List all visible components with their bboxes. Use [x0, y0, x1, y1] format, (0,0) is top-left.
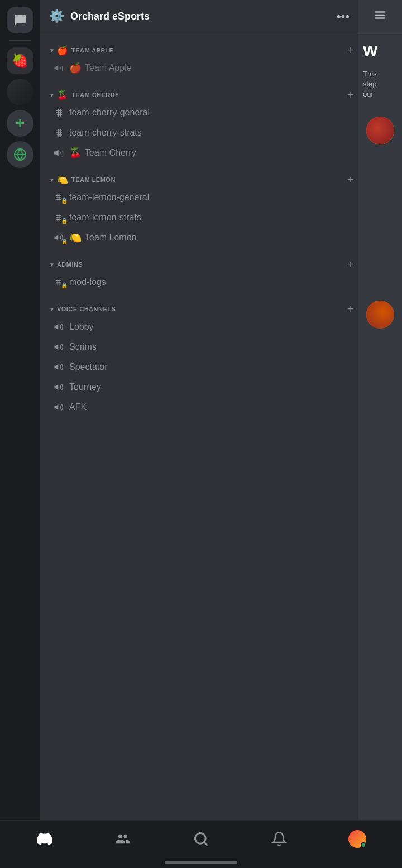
hash-lock-icon-team-lemon-general: 🔒 [54, 193, 65, 202]
category-voice-channels-header[interactable]: ▼ VOICE CHANNELS + [40, 301, 358, 317]
avatar-area-2 [358, 301, 402, 329]
category-admins: ▼ ADMINS + 🔒 mod-logs [40, 257, 358, 292]
channel-name-team-cherry-strats: team-cherry-strats [69, 128, 142, 138]
server-name: Orchard eSports [70, 11, 337, 22]
server-header[interactable]: ⚙️ Orchard eSports ••• [40, 0, 358, 33]
channel-afk[interactable]: AFK [45, 397, 354, 417]
channel-team-lemon-voice[interactable]: 🔒 🍋 Team Lemon [45, 228, 354, 248]
add-channel-team-lemon-button[interactable]: + [347, 173, 354, 186]
bell-icon [271, 831, 287, 847]
channel-spectator[interactable]: Spectator [45, 357, 354, 377]
hash-icon-team-cherry-strats [54, 128, 65, 138]
channel-name-scrims: Scrims [69, 342, 97, 352]
volume-icon-scrims [54, 342, 65, 352]
volume-icon-team-cherry [54, 148, 65, 158]
right-panel-subtitle: Thisstepour [358, 69, 402, 100]
channel-name-team-cherry-general: team-cherry-general [69, 108, 150, 118]
add-channel-team-apple-button[interactable]: + [347, 44, 354, 57]
category-team-apple-header[interactable]: ▼ 🍎 TEAM APPLE + [40, 42, 358, 58]
dm-icon[interactable] [7, 7, 34, 33]
category-team-apple: ▼ 🍎 TEAM APPLE + 🍎 Team Apple [40, 42, 358, 78]
channel-name-spectator: Spectator [69, 362, 107, 372]
emoji-team-cherry-voice: 🍒 [69, 147, 82, 159]
hamburger-icon[interactable] [374, 9, 386, 25]
channel-team-cherry-strats[interactable]: team-cherry-strats [45, 123, 354, 143]
online-indicator [361, 842, 366, 848]
category-admins-header[interactable]: ▼ ADMINS + [40, 257, 358, 272]
channel-emoji-team-apple: 🍎 [69, 62, 82, 74]
hash-lock-icon-mod-logs: 🔒 [54, 278, 65, 287]
category-arrow-team-apple: ▼ [49, 47, 55, 54]
channel-name-lobby: Lobby [69, 322, 94, 332]
channel-list: ⚙️ Orchard eSports ••• ▼ 🍎 TEAM APPLE + … [40, 0, 358, 820]
channel-name-team-lemon-general: team-lemon-general [69, 192, 149, 202]
category-name-team-cherry: TEAM CHERRY [71, 91, 347, 98]
avatar [348, 830, 366, 848]
category-name-admins: ADMINS [57, 261, 347, 268]
server-list: 🍓 + [0, 0, 40, 820]
volume-icon-team-lemon: 🔒 [54, 233, 65, 243]
category-emoji-team-cherry: 🍒 [57, 90, 68, 100]
emoji-team-lemon-voice: 🍋 [69, 232, 82, 244]
friends-icon [115, 831, 131, 847]
hash-lock-icon-team-lemon-strats: 🔒 [54, 213, 65, 222]
fruit-server-icon[interactable]: 🍓 [7, 47, 34, 74]
add-channel-voice-button[interactable]: + [347, 303, 354, 316]
nav-home[interactable] [6, 831, 84, 847]
channel-lobby[interactable]: Lobby [45, 317, 354, 337]
server-header-icon: ⚙️ [49, 9, 65, 25]
channel-team-cherry-general[interactable]: team-cherry-general [45, 103, 354, 123]
channel-team-lemon-strats[interactable]: 🔒 team-lemon-strats [45, 208, 354, 228]
category-arrow-team-cherry: ▼ [49, 92, 55, 98]
lock-badge-team-lemon-strats: 🔒 [61, 218, 68, 224]
add-channel-admins-button[interactable]: + [347, 258, 354, 271]
channel-name-team-lemon-strats: team-lemon-strats [69, 213, 141, 223]
channel-name-afk: AFK [69, 402, 87, 412]
volume-icon-lobby [54, 322, 65, 332]
right-panel: W Thisstepour [358, 0, 402, 820]
volume-icon-spectator [54, 362, 65, 372]
nav-friends[interactable] [84, 831, 162, 847]
category-team-lemon-header[interactable]: ▼ 🍋 TEAM LEMON + [40, 172, 358, 187]
nav-notifications[interactable] [240, 831, 318, 847]
channel-team-cherry-voice[interactable]: 🍒 Team Cherry [45, 143, 354, 163]
channel-name-team-cherry-voice: Team Cherry [85, 148, 136, 158]
dark-server-icon[interactable] [7, 79, 34, 105]
category-arrow-voice: ▼ [49, 306, 55, 312]
channel-name-mod-logs: mod-logs [69, 277, 106, 287]
lock-badge-team-lemon-voice: 🔒 [61, 239, 68, 244]
nav-search[interactable] [162, 831, 240, 847]
channel-name-team-lemon-voice: Team Lemon [85, 233, 137, 243]
category-arrow-admins: ▼ [49, 262, 55, 268]
category-team-cherry: ▼ 🍒 TEAM CHERRY + team-cherry-general te… [40, 87, 358, 163]
search-icon [193, 831, 209, 847]
channel-team-lemon-general[interactable]: 🔒 team-lemon-general [45, 187, 354, 208]
nav-profile[interactable] [318, 830, 396, 848]
channel-scrims[interactable]: Scrims [45, 337, 354, 357]
add-server-button[interactable]: + [7, 110, 34, 137]
category-name-team-lemon: TEAM LEMON [71, 176, 347, 183]
volume-icon-partial [54, 63, 65, 73]
category-team-lemon: ▼ 🍋 TEAM LEMON + 🔒 team-lemon-general 🔒 … [40, 172, 358, 248]
category-team-cherry-header[interactable]: ▼ 🍒 TEAM CHERRY + [40, 87, 358, 103]
channel-tourney[interactable]: Tourney [45, 377, 354, 397]
channel-mod-logs[interactable]: 🔒 mod-logs [45, 272, 354, 292]
hash-icon-team-cherry-general [54, 108, 65, 118]
home-indicator [165, 861, 237, 864]
volume-icon-tourney [54, 382, 65, 392]
channel-team-apple-voice-partial[interactable]: 🍎 Team Apple [45, 58, 354, 78]
browse-server-button[interactable] [7, 141, 34, 168]
category-emoji-team-lemon: 🍋 [57, 175, 68, 185]
category-emoji-team-apple: 🍎 [57, 45, 68, 56]
lock-badge-team-lemon-general: 🔒 [61, 197, 68, 204]
channel-name-team-apple-voice: Team Apple [85, 63, 132, 73]
right-panel-header [358, 0, 402, 33]
add-channel-team-cherry-button[interactable]: + [347, 89, 354, 102]
avatar-area-1 [358, 117, 402, 144]
lock-badge-mod-logs: 🔒 [61, 282, 68, 288]
server-options-button[interactable]: ••• [337, 9, 350, 24]
volume-icon-afk [54, 402, 65, 412]
discord-icon [37, 831, 52, 847]
category-name-voice-channels: VOICE CHANNELS [57, 306, 347, 312]
right-panel-title: W [358, 33, 402, 69]
